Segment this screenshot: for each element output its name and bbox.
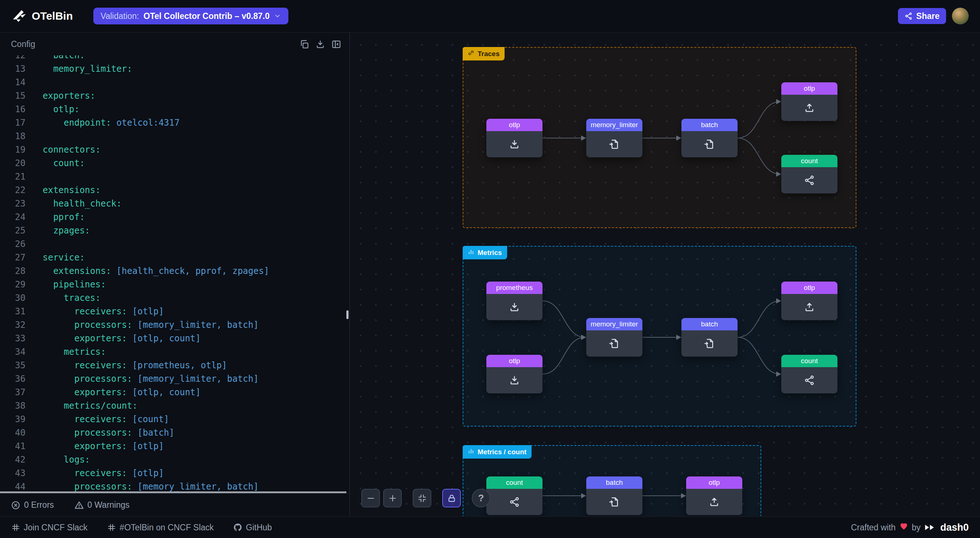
error-circle-icon: [11, 500, 21, 510]
pipeline-edge: [738, 102, 780, 138]
zoom-out-button[interactable]: [361, 489, 380, 508]
line-content: [25, 77, 43, 87]
otelbin-slack-link[interactable]: #OTelBin on CNCF Slack: [107, 523, 214, 533]
code-line-19[interactable]: 19connectors:: [0, 143, 349, 157]
validation-selector[interactable]: Validation: OTel Collector Contrib – v0.…: [93, 8, 289, 24]
code-line-37[interactable]: 37 exporters: [otlp, count]: [0, 386, 349, 399]
line-content: exporters: [otlp, count]: [25, 387, 200, 397]
code-line-38[interactable]: 38 metrics/count:: [0, 399, 349, 413]
download-icon: [509, 375, 520, 386]
code-line-25[interactable]: 25 zpages:: [0, 224, 349, 238]
pipeline-node-traces-otlp-r[interactable]: otlp: [486, 119, 542, 157]
code-line-32[interactable]: 32 processors: [memory_limiter, batch]: [0, 318, 349, 332]
pipeline-node-metrics-count[interactable]: count: [781, 355, 837, 394]
code-editor[interactable]: 12 batch:13 memory_limiter:1415exporters…: [0, 56, 349, 493]
code-line-29[interactable]: 29 pipelines:: [0, 278, 349, 291]
pipeline-node-metrics-prometheus[interactable]: prometheus: [486, 282, 542, 320]
download-config-button[interactable]: [312, 36, 328, 52]
line-number: 33: [0, 332, 25, 345]
line-content: exporters: [otlp]: [25, 441, 164, 451]
download-icon: [509, 302, 520, 313]
collapse-panel-button[interactable]: [328, 36, 344, 52]
code-line-41[interactable]: 41 exporters: [otlp]: [0, 440, 349, 453]
line-number: 18: [0, 130, 25, 143]
code-line-34[interactable]: 34 metrics:: [0, 345, 349, 359]
editor-horizontal-scrollbar[interactable]: [0, 491, 346, 493]
editor-vertical-scrollbar[interactable]: [346, 310, 348, 319]
code-line-12[interactable]: 12 batch:: [0, 56, 349, 62]
pipeline-node-traces-memory_limiter[interactable]: memory_limiter: [586, 119, 643, 157]
line-content: receivers: [prometheus, otlp]: [25, 360, 227, 370]
pipeline-node-traces-count[interactable]: count: [781, 155, 837, 194]
otelbin-logo[interactable]: OTelBin: [11, 8, 73, 24]
code-line-14[interactable]: 14: [0, 76, 349, 89]
share-button[interactable]: Share: [898, 8, 946, 24]
pipeline-node-metrics-count-otlp[interactable]: otlp: [686, 476, 742, 515]
code-line-23[interactable]: 23 health_check:: [0, 197, 349, 211]
line-number: 36: [0, 372, 25, 386]
footer-link-label: #OTelBin on CNCF Slack: [119, 523, 214, 533]
code-line-26[interactable]: 26: [0, 238, 349, 251]
line-content: receivers: [otlp]: [25, 306, 164, 317]
node-body: [781, 95, 837, 121]
node-body: [486, 367, 542, 394]
code-line-35[interactable]: 35 receivers: [prometheus, otlp]: [0, 359, 349, 372]
pipeline-node-metrics-count-count[interactable]: count: [486, 476, 542, 515]
user-avatar[interactable]: [952, 8, 969, 24]
code-line-16[interactable]: 16 otlp:: [0, 103, 349, 116]
line-number: 42: [0, 453, 25, 467]
line-number: 34: [0, 345, 25, 359]
code-line-43[interactable]: 43 receivers: [otlp]: [0, 467, 349, 480]
code-line-36[interactable]: 36 processors: [memory_limiter, batch]: [0, 372, 349, 386]
code-line-15[interactable]: 15exporters:: [0, 89, 349, 103]
code-line-40[interactable]: 40 processors: [batch]: [0, 426, 349, 440]
code-line-27[interactable]: 27service:: [0, 251, 349, 265]
line-number: 13: [0, 62, 25, 76]
code-line-33[interactable]: 33 exporters: [otlp, count]: [0, 332, 349, 345]
fit-view-button[interactable]: [413, 489, 431, 508]
code-line-31[interactable]: 31 receivers: [otlp]: [0, 305, 349, 318]
line-number: 28: [0, 265, 25, 278]
line-number: 37: [0, 386, 25, 399]
code-line-24[interactable]: 24 pprof:: [0, 211, 349, 224]
join-cncf-slack-link[interactable]: Join CNCF Slack: [11, 523, 88, 533]
line-content: health_check:: [25, 198, 122, 209]
code-line-39[interactable]: 39 receivers: [count]: [0, 413, 349, 426]
download-icon: [315, 39, 325, 49]
line-content: [25, 171, 43, 182]
code-line-22[interactable]: 22extensions:: [0, 184, 349, 197]
dash0-logo[interactable]: dash0: [924, 522, 969, 533]
copy-config-button[interactable]: [296, 36, 312, 52]
pipeline-node-traces-otlp-e[interactable]: otlp: [781, 83, 837, 121]
pipeline-node-metrics-memory_limiter[interactable]: memory_limiter: [586, 318, 643, 357]
code-line-18[interactable]: 18: [0, 130, 349, 143]
code-line-28[interactable]: 28 extensions: [health_check, pprof, zpa…: [0, 265, 349, 278]
node-label: otlp: [486, 119, 542, 131]
line-content: memory_limiter:: [25, 64, 132, 74]
pipeline-edges: [350, 33, 980, 516]
pipeline-node-metrics-batch[interactable]: batch: [681, 318, 738, 357]
pipeline-node-metrics-otlp-r[interactable]: otlp: [486, 355, 542, 394]
help-button[interactable]: ?: [472, 489, 490, 508]
code-lines: 12 batch:13 memory_limiter:1415exporters…: [0, 56, 349, 493]
line-number: 32: [0, 318, 25, 332]
pipeline-node-traces-batch[interactable]: batch: [681, 119, 738, 157]
pipeline-edge: [738, 301, 780, 337]
connector-icon: [804, 375, 815, 386]
github-link[interactable]: GitHub: [233, 523, 272, 533]
code-line-20[interactable]: 20 count:: [0, 157, 349, 170]
line-content: exporters:: [25, 91, 95, 101]
code-line-21[interactable]: 21: [0, 170, 349, 184]
zoom-in-button[interactable]: [383, 489, 402, 508]
line-number: 27: [0, 251, 25, 265]
code-line-30[interactable]: 30 traces:: [0, 291, 349, 305]
pipeline-node-metrics-otlp-e[interactable]: otlp: [781, 282, 837, 320]
lock-button[interactable]: [442, 489, 461, 508]
pipeline-node-metrics-count-batch[interactable]: batch: [586, 476, 643, 515]
line-number: 17: [0, 116, 25, 130]
dash0-brand-text: dash0: [940, 522, 969, 533]
code-line-42[interactable]: 42 logs:: [0, 453, 349, 467]
code-line-13[interactable]: 13 memory_limiter:: [0, 62, 349, 76]
code-line-17[interactable]: 17 endpoint: otelcol:4317: [0, 116, 349, 130]
editor-title: Config: [11, 39, 35, 49]
